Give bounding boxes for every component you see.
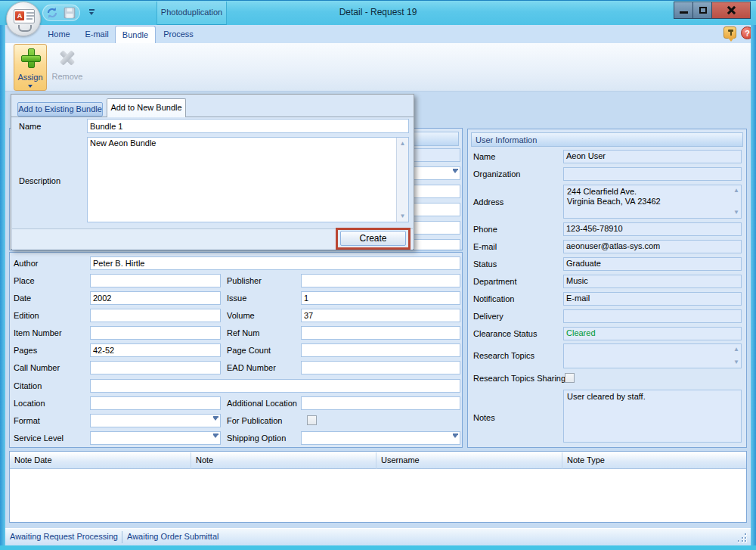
date-label: Date <box>14 294 31 303</box>
tab-add-to-new-bundle[interactable]: Add to New Bundle <box>107 98 186 117</box>
user-email-field: aeonuser@atlas-sys.com <box>563 240 742 253</box>
citation-field[interactable] <box>90 379 460 393</box>
remove-button-label: Remove <box>51 72 84 81</box>
ref-num-label: Ref Num <box>227 328 259 337</box>
service-level-label: Service Level <box>14 433 64 443</box>
place-field[interactable] <box>90 274 221 287</box>
item-number-field[interactable] <box>90 326 221 340</box>
scroll-up-icon[interactable]: ▲ <box>733 346 739 353</box>
for-publication-checkbox[interactable] <box>307 415 317 425</box>
location-field[interactable] <box>90 396 221 410</box>
remove-button[interactable]: Remove <box>51 44 84 91</box>
add-bundle-popup: Add to Existing Bundle Add to New Bundle… <box>11 94 414 250</box>
clearance-status-label: Clearance Status <box>473 329 537 338</box>
pin-icon[interactable] <box>723 26 736 39</box>
maximize-button[interactable] <box>693 2 712 18</box>
queue-status: Awaiting Request Processing <box>10 532 118 541</box>
scroll-up-icon[interactable]: ▲ <box>397 138 408 149</box>
edition-field[interactable] <box>90 309 221 322</box>
user-name-label: Name <box>473 152 495 161</box>
research-topics-sharing-label: Research Topics Sharing <box>473 374 565 383</box>
chevron-down-icon <box>453 435 457 438</box>
research-topics-label: Research Topics <box>473 351 534 360</box>
volume-field[interactable] <box>301 309 460 322</box>
delivery-label: Delivery <box>473 312 503 321</box>
scroll-down-icon[interactable]: ▼ <box>733 210 739 216</box>
department-field: Music <box>563 275 742 288</box>
assign-button[interactable]: Assign <box>14 44 47 91</box>
notes-grid: Note Date Note Username Note Type <box>9 451 747 523</box>
chevron-down-icon <box>213 435 218 438</box>
ref-num-field[interactable] <box>301 326 460 340</box>
minimize-icon <box>680 11 688 14</box>
remove-x-icon <box>59 49 76 66</box>
for-publication-label: For Publication <box>227 416 282 425</box>
publisher-field[interactable] <box>301 274 460 287</box>
plus-icon <box>21 48 41 68</box>
chevron-down-icon <box>453 170 457 173</box>
column-note-type[interactable]: Note Type <box>562 452 746 469</box>
phone-label: Phone <box>473 225 497 234</box>
titlebar: Photoduplication Detail - Request 19 <box>0 0 756 25</box>
scroll-down-icon[interactable]: ▼ <box>397 210 408 222</box>
page-count-field[interactable] <box>301 343 460 357</box>
pages-field[interactable] <box>90 343 221 357</box>
ead-number-field[interactable] <box>301 361 460 374</box>
clearance-status-field: Cleared <box>563 327 742 340</box>
item-fields-panel: Author Place Publisher Date Issue Editio… <box>9 252 463 448</box>
additional-location-field[interactable] <box>301 396 460 410</box>
description-scrollbar[interactable]: ▲ ▼ <box>396 138 408 222</box>
window-title: Detail - Request 19 <box>0 7 756 17</box>
additional-location-label: Additional Location <box>227 399 297 408</box>
issue-field[interactable] <box>301 291 460 305</box>
page-count-label: Page Count <box>227 346 271 355</box>
research-topics-sharing-checkbox[interactable] <box>565 373 575 383</box>
bundle-name-input[interactable] <box>87 119 409 133</box>
tab-process[interactable]: Process <box>156 26 200 43</box>
window-border-bottom <box>0 545 756 550</box>
order-status: Awaiting Order Submittal <box>127 532 218 541</box>
author-label: Author <box>14 259 38 268</box>
tab-add-to-existing-bundle[interactable]: Add to Existing Bundle <box>17 102 103 117</box>
tab-bundle[interactable]: Bundle <box>115 26 156 43</box>
organization-field <box>563 167 742 181</box>
notes-grid-header: Note Date Note Username Note Type <box>10 452 746 469</box>
tab-home[interactable]: Home <box>40 26 78 43</box>
date-field[interactable] <box>90 291 221 305</box>
bundle-description-textarea[interactable]: New Aeon Bundle ▲ ▼ <box>87 137 409 222</box>
pages-label: Pages <box>14 346 37 355</box>
format-label: Format <box>14 416 40 425</box>
publisher-label: Publisher <box>227 276 262 285</box>
edition-label: Edition <box>14 311 39 320</box>
window-border-right <box>751 25 756 545</box>
application-menu-button[interactable]: A <box>6 2 41 36</box>
minimize-button[interactable] <box>674 2 693 18</box>
column-note[interactable]: Note <box>191 452 376 469</box>
location-label: Location <box>14 399 45 408</box>
app-window: Photoduplication Detail - Request 19 A H… <box>0 0 756 550</box>
place-label: Place <box>14 276 35 285</box>
tab-email[interactable]: E-mail <box>78 26 116 43</box>
close-button[interactable] <box>712 2 750 18</box>
user-info-panel: User Information Name Aeon User Organiza… <box>467 129 747 448</box>
bundle-name-label: Name <box>19 122 41 131</box>
service-level-dropdown[interactable] <box>90 431 221 445</box>
create-button[interactable]: Create <box>340 231 406 246</box>
column-username[interactable]: Username <box>376 452 562 469</box>
shipping-option-dropdown[interactable] <box>301 431 460 445</box>
notification-field: E-mail <box>563 292 742 306</box>
user-status-field: Graduate <box>563 257 742 271</box>
scroll-down-icon[interactable]: ▼ <box>733 359 739 365</box>
ead-number-label: EAD Number <box>227 363 276 372</box>
column-note-date[interactable]: Note Date <box>10 452 191 469</box>
scroll-up-icon[interactable]: ▲ <box>733 188 739 194</box>
volume-label: Volume <box>227 311 255 320</box>
research-topics-field <box>563 343 742 368</box>
resize-grip-icon[interactable] <box>738 533 747 542</box>
call-number-field[interactable] <box>90 361 221 374</box>
status-bar: Awaiting Request Processing Awaiting Ord… <box>5 528 751 545</box>
format-dropdown[interactable] <box>90 414 221 427</box>
author-field[interactable] <box>90 256 460 270</box>
window-border-left <box>0 25 5 545</box>
user-notes-label: Notes <box>473 413 495 422</box>
